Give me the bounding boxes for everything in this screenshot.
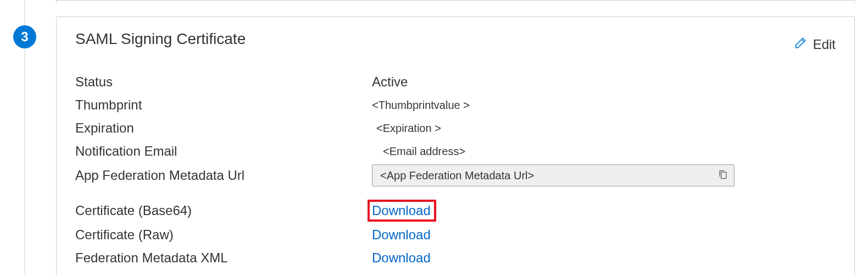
metadata-url-field[interactable]: <App Federation Metadata Url> — [372, 164, 735, 186]
notification-email-label: Notification Email — [75, 141, 372, 161]
card-header: SAML Signing Certificate Edit — [75, 30, 836, 53]
saml-signing-certificate-card: SAML Signing Certificate Edit Status Act… — [56, 16, 855, 275]
cert-raw-label: Certificate (Raw) — [75, 225, 372, 245]
expiration-value: <Expiration > — [372, 120, 836, 137]
cert-base64-label: Certificate (Base64) — [75, 201, 372, 221]
thumbprint-label: Thumbprint — [75, 95, 372, 115]
status-label: Status — [75, 72, 372, 92]
card-title: SAML Signing Certificate — [75, 30, 246, 48]
fed-xml-link-wrap: Download — [372, 250, 836, 266]
status-value: Active — [372, 74, 836, 90]
metadata-url-label: App Federation Metadata Url — [75, 166, 372, 185]
copy-icon[interactable] — [717, 168, 728, 183]
svg-rect-0 — [721, 172, 726, 179]
step-connector-line — [24, 48, 25, 275]
edit-button[interactable]: Edit — [793, 36, 836, 53]
cert-base64-link-wrap: Download — [372, 200, 836, 222]
metadata-url-field-wrap: <App Federation Metadata Url> — [372, 164, 836, 186]
cert-raw-link-wrap: Download — [372, 227, 836, 243]
step-connector-line — [24, 0, 25, 25]
pencil-icon — [793, 36, 808, 53]
step-number: 3 — [21, 29, 28, 45]
fed-xml-label: Federation Metadata XML — [75, 248, 372, 268]
metadata-url-value: <App Federation Metadata Url> — [380, 169, 534, 182]
download-fed-xml-link[interactable]: Download — [372, 250, 431, 266]
spacer — [75, 190, 372, 196]
field-grid: Status Active Thumbprint <Thumbprintvalu… — [75, 72, 836, 268]
edit-label: Edit — [813, 37, 836, 52]
spacer — [372, 190, 836, 196]
download-cert-base64-link[interactable]: Download — [368, 200, 436, 222]
prev-card-edge — [56, 0, 855, 3]
expiration-label: Expiration — [75, 118, 372, 138]
notification-email-value: <Email address> — [372, 143, 836, 160]
step-number-badge: 3 — [13, 25, 36, 48]
thumbprint-value: <Thumbprintvalue > — [372, 97, 836, 114]
download-cert-raw-link[interactable]: Download — [372, 227, 431, 243]
